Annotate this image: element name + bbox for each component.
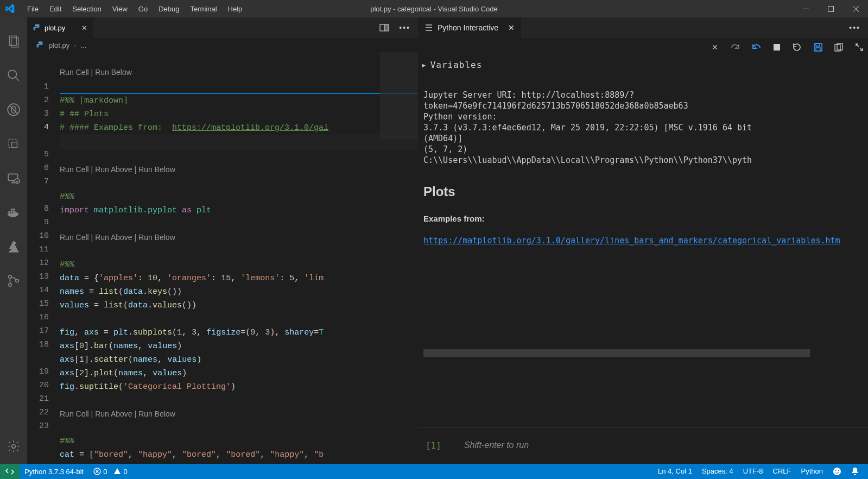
tab-python-interactive[interactable]: Python Interactive ✕: [418, 17, 521, 38]
menu-debug[interactable]: Debug: [153, 2, 185, 16]
breadcrumb-file: plot.py: [49, 41, 69, 49]
docker-icon[interactable]: [6, 205, 21, 220]
source-control-icon[interactable]: [6, 273, 21, 288]
minimize-button[interactable]: [793, 0, 818, 17]
menu-terminal[interactable]: Terminal: [185, 2, 222, 16]
editor-tab-row: plot.py ✕ •••: [27, 17, 418, 38]
interactive-toolbar: ✕: [418, 38, 868, 56]
run-above-lens[interactable]: Run Above: [95, 165, 132, 174]
breadcrumb-rest: ...: [81, 41, 87, 49]
run-above-lens[interactable]: Run Above: [95, 233, 132, 242]
status-encoding[interactable]: UTF-8: [738, 467, 768, 475]
run-cell-lens[interactable]: Run Cell: [60, 68, 89, 77]
status-spaces[interactable]: Spaces: 4: [697, 467, 738, 475]
run-below-lens[interactable]: Run Below: [138, 233, 175, 242]
azure-icon[interactable]: [6, 239, 21, 254]
status-feedback-icon[interactable]: [828, 467, 846, 476]
expand-icon[interactable]: [855, 43, 864, 52]
interactive-input[interactable]: [1] Shift-enter to run: [418, 427, 868, 464]
plots-heading: Plots: [423, 186, 863, 197]
status-language[interactable]: Python: [796, 467, 828, 475]
svg-point-20: [35, 25, 36, 26]
run-cell-lens[interactable]: Run Cell: [60, 233, 89, 242]
more-actions-icon[interactable]: •••: [849, 17, 868, 38]
svg-rect-11: [8, 211, 10, 212]
run-below-lens[interactable]: Run Below: [138, 165, 175, 174]
no-bugs-icon[interactable]: [6, 102, 21, 117]
svg-rect-8: [12, 142, 17, 148]
svg-point-31: [833, 468, 841, 475]
tab-close-icon[interactable]: ✕: [81, 24, 87, 32]
breadcrumb[interactable]: plot.py › ...: [27, 38, 418, 52]
prompt-index: [1]: [426, 440, 441, 451]
svg-point-33: [838, 470, 839, 471]
prompt-hint: Shift-enter to run: [464, 440, 529, 451]
editor-actions: •••: [379, 17, 418, 38]
interactive-tab-row: Python Interactive ✕ •••: [418, 17, 868, 38]
close-button[interactable]: [843, 0, 868, 17]
variables-header[interactable]: ▸Variables: [418, 56, 868, 75]
svg-rect-26: [816, 43, 820, 46]
status-bar: Python 3.7.3 64-bit 0 0 Ln 4, Col 1 Spac…: [0, 464, 868, 479]
code-area[interactable]: Run Cell | Run Below #%% [markdown] # ##…: [60, 52, 418, 464]
menu-file[interactable]: File: [22, 2, 44, 16]
cancel-icon[interactable]: ✕: [712, 43, 718, 52]
explorer-icon[interactable]: [6, 34, 21, 49]
maximize-button[interactable]: [818, 0, 843, 17]
examples-from-label: Examples from:: [423, 213, 863, 224]
tab-label: Python Interactive: [438, 23, 498, 32]
search-icon[interactable]: [6, 68, 21, 83]
status-bell-icon[interactable]: [846, 467, 864, 476]
examples-link[interactable]: https://matplotlib.org/3.1.0/gallery/lin…: [423, 236, 840, 245]
redo-icon[interactable]: [730, 43, 740, 52]
export-icon[interactable]: [834, 43, 843, 52]
undo-icon[interactable]: [752, 43, 762, 52]
svg-rect-25: [814, 43, 822, 51]
status-eol[interactable]: CRLF: [768, 467, 796, 475]
menu-help[interactable]: Help: [223, 2, 248, 16]
tab-close-icon[interactable]: ✕: [508, 23, 515, 32]
settings-gear-icon[interactable]: [6, 439, 21, 454]
menu-go[interactable]: Go: [133, 2, 153, 16]
minimap[interactable]: [380, 52, 418, 139]
run-below-lens[interactable]: Run Below: [95, 68, 132, 77]
editor-tab-plot[interactable]: plot.py ✕: [27, 17, 93, 38]
window-controls: [793, 0, 868, 17]
run-cell-lens[interactable]: Run Cell: [60, 165, 89, 174]
menu-selection[interactable]: Selection: [67, 2, 106, 16]
interactive-panel: Python Interactive ✕ ••• ✕ ▸Variables Ju…: [418, 17, 868, 464]
svg-rect-14: [11, 209, 12, 210]
breadcrumb-sep: ›: [74, 41, 76, 49]
status-python-env[interactable]: Python 3.7.3 64-bit: [20, 464, 88, 479]
svg-rect-0: [803, 9, 809, 9]
title-bar: File Edit Selection View Go Debug Termin…: [0, 0, 868, 17]
vscode-logo-icon: [4, 3, 15, 14]
interactive-output[interactable]: Jupyter Server URI: http://localhost:888…: [418, 75, 868, 427]
references-icon[interactable]: [6, 136, 21, 152]
svg-point-32: [835, 470, 837, 471]
editor-group: plot.py ✕ ••• plot.py › ... 1 2 3 4 5 6 …: [27, 17, 418, 464]
status-ln-col[interactable]: Ln 4, Col 1: [653, 467, 697, 475]
run-above-lens[interactable]: Run Above: [95, 409, 132, 418]
error-icon: [93, 468, 101, 475]
svg-point-17: [9, 283, 11, 286]
split-editor-icon[interactable]: [379, 23, 389, 32]
interrupt-icon[interactable]: [774, 44, 780, 51]
svg-rect-13: [13, 211, 15, 212]
remote-explorer-icon[interactable]: [6, 171, 21, 186]
status-problems[interactable]: 0 0: [88, 464, 132, 479]
more-actions-icon[interactable]: •••: [399, 23, 410, 32]
horizontal-scrollbar[interactable]: [423, 349, 810, 357]
warning-icon: [113, 468, 121, 475]
save-icon[interactable]: [814, 43, 822, 52]
run-below-lens[interactable]: Run Below: [138, 409, 175, 418]
editor-body[interactable]: 1 2 3 4 5 6 7 8 9 10 11 12 13 14 15 16 1…: [27, 52, 418, 464]
run-cell-lens[interactable]: Run Cell: [60, 409, 89, 418]
remote-indicator[interactable]: [0, 464, 20, 479]
menu-edit[interactable]: Edit: [44, 2, 67, 16]
restart-icon[interactable]: [792, 42, 802, 52]
svg-rect-12: [11, 211, 12, 212]
output-text: Jupyter Server URI: http://localhost:888…: [423, 90, 752, 165]
svg-rect-24: [774, 44, 780, 51]
menu-view[interactable]: View: [107, 2, 133, 16]
